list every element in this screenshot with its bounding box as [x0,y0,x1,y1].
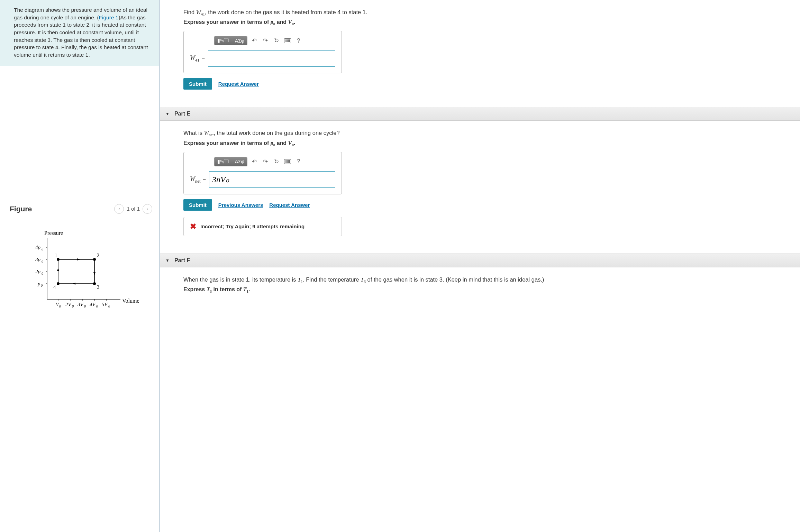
help-button[interactable]: ? [293,36,304,45]
keyboard-button[interactable] [282,36,293,45]
svg-text:4V: 4V [90,302,96,307]
figure-canvas: Pressure Volume 4p0 3p0 2p0 p0 [10,230,152,314]
svg-text:0: 0 [72,304,74,308]
part-d-body: Find W41, the work done on the gas as it… [160,0,800,98]
svg-point-39 [93,282,96,285]
svg-text:3: 3 [97,285,99,290]
equation-toolbar: ▮x√☐ ΑΣφ ↶ ↷ ↻ ? [214,36,335,45]
parte-answer-input[interactable] [209,171,335,188]
caret-down-icon: ▼ [165,111,170,116]
partd-question: Find W41, the work done on the gas as it… [183,9,786,16]
partf-body: When the gas is in state 1, its temperat… [160,267,800,306]
figure-link[interactable]: Figure 1 [99,15,119,20]
undo-button[interactable]: ↶ [249,157,260,166]
parte-question: What is Wnet, the total work done on the… [183,130,786,137]
svg-text:0: 0 [42,247,43,251]
partf-express: Express T3 in terms of T1. [183,286,786,293]
parte-feedback-text: Incorrect; Try Again; 9 attempts remaini… [200,223,304,229]
svg-marker-36 [57,268,59,271]
help-button[interactable]: ? [293,157,304,166]
svg-text:0: 0 [84,304,86,308]
parte-header[interactable]: ▼ Part E [160,107,800,121]
svg-text:3V: 3V [77,302,84,307]
svg-marker-33 [77,258,80,260]
parte-eq-label: Wnet = [190,175,206,184]
greek-button[interactable]: ΑΣφ [232,157,247,166]
parte-express: Express your answer in terms of p0 and V… [183,140,786,147]
keyboard-button[interactable] [282,157,293,166]
partd-answer-box: ▮x√☐ ΑΣφ ↶ ↷ ↻ ? W41 = [183,31,342,73]
templates-button[interactable]: ▮x√☐ [215,157,232,166]
svg-text:3p: 3p [35,257,41,262]
greek-button[interactable]: ΑΣφ [232,36,247,45]
svg-marker-35 [73,283,75,285]
equation-toolbar: ▮x√☐ ΑΣφ ↶ ↷ ↻ ? [214,157,335,166]
svg-text:0: 0 [41,284,43,287]
problem-statement: The diagram shows the pressure and volum… [0,0,159,66]
templates-button[interactable]: ▮x√☐ [215,36,232,45]
reset-button[interactable]: ↻ [271,36,282,45]
svg-text:p: p [37,281,40,286]
partf-question: When the gas is in state 1, its temperat… [183,276,786,284]
parte-request-answer-link[interactable]: Request Answer [269,202,310,208]
parte-title: Part E [174,111,190,117]
figure-pager-text: 1 of 1 [127,206,140,212]
svg-text:0: 0 [42,272,43,275]
parte-body: What is Wnet, the total work done on the… [160,121,800,244]
figure-pager: ‹ 1 of 1 › [114,204,152,214]
incorrect-icon: ✖ [190,222,196,231]
figure-section: Figure ‹ 1 of 1 › Pressure Volume [0,204,159,314]
reset-button[interactable]: ↻ [271,157,282,166]
svg-marker-34 [93,272,96,275]
figure-prev-button[interactable]: ‹ [114,204,124,214]
svg-text:4: 4 [53,285,56,290]
partd-eq-label: W41 = [190,54,205,63]
right-panel: Find W41, the work done on the gas as it… [160,0,800,532]
parte-feedback: ✖ Incorrect; Try Again; 9 attempts remai… [183,217,342,236]
left-panel: The diagram shows the pressure and volum… [0,0,160,532]
keyboard-icon [284,159,291,164]
caret-down-icon: ▼ [165,258,170,263]
svg-text:2: 2 [97,253,99,258]
svg-text:0: 0 [96,304,98,308]
redo-button[interactable]: ↷ [260,157,271,166]
svg-text:5V: 5V [102,302,108,307]
parte-submit-button[interactable]: Submit [183,199,212,211]
partd-express: Express your answer in terms of p0 and V… [183,19,786,26]
svg-text:0: 0 [42,259,43,263]
svg-text:0: 0 [59,304,61,308]
svg-text:2V: 2V [65,302,72,307]
partd-answer-input[interactable] [208,50,335,67]
pv-diagram: Pressure Volume 4p0 3p0 2p0 p0 [24,230,141,313]
xlabel: Volume [122,298,139,304]
svg-point-40 [57,282,60,285]
partd-submit-button[interactable]: Submit [183,78,212,90]
svg-text:4p: 4p [35,245,41,250]
ylabel: Pressure [44,230,63,236]
partf-header[interactable]: ▼ Part F [160,254,800,267]
problem-text-b: )As the gas proceeds from state 1 to sta… [14,15,148,58]
svg-point-37 [57,258,60,261]
svg-text:0: 0 [108,304,110,308]
svg-text:1: 1 [55,253,57,258]
parte-previous-answers-link[interactable]: Previous Answers [218,202,263,208]
partd-request-answer-link[interactable]: Request Answer [218,81,259,87]
figure-heading: Figure [10,205,32,213]
undo-button[interactable]: ↶ [249,36,260,45]
partf-title: Part F [174,257,190,264]
svg-text:2p: 2p [35,269,41,274]
svg-point-38 [93,258,96,261]
keyboard-icon [284,38,291,43]
redo-button[interactable]: ↷ [260,36,271,45]
figure-next-button[interactable]: › [143,204,152,214]
parte-answer-box: ▮x√☐ ΑΣφ ↶ ↷ ↻ ? Wnet = [183,152,342,194]
